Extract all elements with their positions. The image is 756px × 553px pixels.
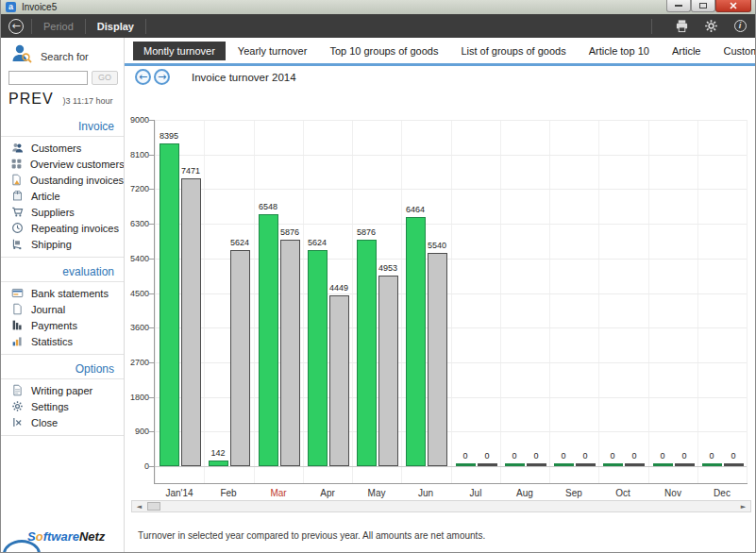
month-label-mar: Mar (254, 488, 303, 498)
sidebar-item-payments[interactable]: Payments (1, 317, 124, 333)
bar-previous-year-dec (724, 463, 744, 466)
softwarenetz-logo: SoftwareNetz (27, 529, 105, 544)
logo-text: Netz (79, 529, 105, 544)
settings-icon (10, 400, 24, 413)
horizontal-scrollbar[interactable]: ◄ ► (131, 500, 751, 512)
sidebar-item-bank-statements[interactable]: Bank statements (1, 285, 124, 301)
bar-previous-year-aug (527, 463, 546, 466)
sidebar-item-label: Writing paper (31, 385, 92, 396)
tab-top-10-groups-of-goods[interactable]: Top 10 groups of goods (319, 42, 448, 60)
gridline-vertical (155, 120, 156, 483)
sidebar-item-oustanding-invoices[interactable]: Oustanding invoices (1, 172, 124, 188)
sidebar-section-evaluation: evaluationBank statementsJournalPayments… (1, 262, 124, 355)
sidebar-item-journal[interactable]: Journal (1, 301, 124, 317)
sidebar-item-label: Shipping (31, 239, 72, 250)
minimize-button[interactable] (666, 0, 691, 12)
y-axis-label: 7200 (111, 184, 149, 193)
maximize-icon (699, 3, 707, 8)
prev-year-button[interactable]: ← (135, 69, 151, 85)
bar-selected-year-2014-jan-14 (160, 143, 179, 466)
next-year-button[interactable]: → (154, 69, 170, 85)
gridline-vertical (747, 120, 748, 483)
search-input[interactable] (8, 71, 88, 85)
app-window: a Invoice5 ← Period Display (0, 0, 756, 553)
gridline-horizontal (155, 120, 747, 121)
go-button[interactable]: GO (92, 71, 118, 85)
sidebar-item-writing-paper[interactable]: Writing paper (1, 382, 124, 398)
bar-previous-year-mar (280, 240, 300, 466)
sidebar-item-article[interactable]: Article (1, 188, 124, 204)
y-axis-line (154, 120, 155, 483)
main-content: Montly turnoverYearly turnoverTop 10 gro… (125, 38, 756, 553)
tab-article[interactable]: Article (662, 42, 712, 60)
gridline-vertical (254, 120, 255, 483)
month-label-sep: Sep (549, 488, 598, 498)
journal-icon (10, 303, 24, 316)
turnover-chart: 0900180027003600450054006300720081009000… (155, 120, 747, 483)
bar-value-label: 6464 (398, 205, 432, 214)
overview-customers-icon (10, 158, 23, 171)
sidebar-item-label: Oustanding invoices (30, 175, 124, 186)
y-axis-label: 4500 (111, 289, 149, 298)
sidebar-item-label: Settings (31, 401, 69, 412)
gridline-horizontal (155, 224, 747, 225)
minimize-icon (675, 5, 682, 7)
tab-list-of-groups-of-goods[interactable]: List of groups of goods (450, 42, 576, 60)
bar-previous-year-may (378, 276, 398, 466)
scroll-right-icon[interactable]: ► (736, 501, 750, 511)
tab-montly-turnover[interactable]: Montly turnover (133, 42, 226, 60)
gridline-vertical (500, 120, 501, 483)
bar-value-label: 5540 (420, 241, 454, 250)
repeating-invoices-icon (10, 222, 24, 235)
sidebar-item-overview-customers[interactable]: Overview customers (1, 156, 124, 172)
y-axis-label: 0 (111, 461, 149, 471)
print-button[interactable] (674, 19, 689, 34)
info-button[interactable]: i (732, 19, 748, 34)
back-button[interactable]: ← (8, 19, 24, 34)
close-button[interactable] (715, 0, 751, 12)
footer-note: Turnover in selected year compared to pr… (138, 530, 485, 541)
app-icon: a (6, 2, 16, 12)
month-label-nov: Nov (648, 488, 697, 498)
sidebar-item-suppliers[interactable]: Suppliers (1, 204, 124, 220)
shipping-icon (10, 238, 24, 251)
info-icon: i (734, 20, 747, 32)
bank-statements-icon (10, 287, 24, 300)
tab-customers[interactable]: Customers (713, 42, 756, 60)
maximize-button[interactable] (691, 0, 715, 12)
search-label: Search for (41, 51, 89, 62)
scroll-left-icon[interactable]: ◄ (132, 501, 146, 511)
sidebar-item-statistics[interactable]: Statistics (1, 333, 124, 349)
y-axis-label: 6300 (111, 219, 149, 228)
logo-text: o (36, 529, 43, 544)
bar-selected-year-2014-oct (603, 463, 623, 466)
section-header-evaluation: evaluation (1, 262, 124, 282)
sidebar-item-shipping[interactable]: Shipping (1, 236, 124, 252)
toolbar-item-display[interactable]: Display (93, 21, 138, 32)
y-axis-label: 9000 (111, 115, 149, 125)
bar-value-label: 5624 (223, 238, 257, 247)
payments-icon (10, 319, 24, 332)
sidebar-section-options: OptionsWriting paperSettingsClose (1, 360, 124, 436)
sidebar-item-close[interactable]: Close (1, 414, 124, 430)
gridline-vertical (697, 120, 698, 483)
sidebar-item-customers[interactable]: Customers (1, 140, 124, 156)
settings-icon (704, 19, 718, 33)
bar-selected-year-2014-sep (554, 463, 574, 466)
title-bar: a Invoice5 (1, 0, 756, 14)
sidebar-item-settings[interactable]: Settings (1, 398, 124, 414)
bar-selected-year-2014-may (357, 240, 377, 466)
scrollbar-thumb[interactable] (147, 502, 160, 511)
toolbar-separator (31, 19, 32, 34)
month-label-may: May (352, 488, 401, 498)
bar-selected-year-2014-feb (209, 461, 228, 466)
settings-button[interactable] (703, 19, 718, 34)
chart-title: Invoice turnover 2014 (192, 72, 296, 83)
month-label-dec: Dec (697, 488, 747, 498)
tab-article-top-10[interactable]: Article top 10 (579, 42, 660, 60)
bar-selected-year-2014-nov (653, 463, 673, 466)
bar-value-label: 4449 (322, 283, 356, 293)
sidebar-item-repeating-invoices[interactable]: Repeating invoices (1, 220, 124, 236)
tab-yearly-turnover[interactable]: Yearly turnover (227, 42, 318, 60)
bar-previous-year-jan-14 (181, 178, 201, 466)
